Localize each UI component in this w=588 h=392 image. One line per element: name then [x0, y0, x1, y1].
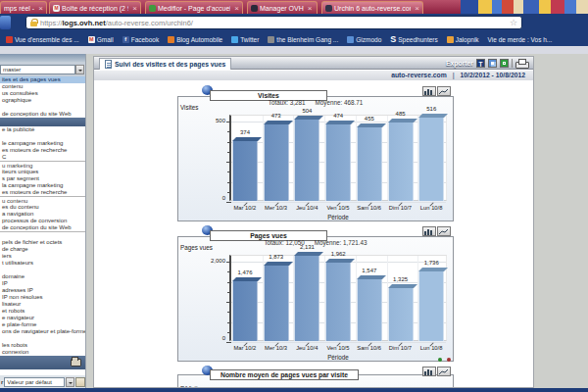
tab-close-icon[interactable]: ×	[308, 3, 313, 14]
sidebar-item[interactable]: C	[0, 154, 86, 161]
sidebar-item[interactable]: IP non résolues	[0, 294, 86, 301]
bookmark-item[interactable]: the Blenheim Gang ...	[268, 36, 338, 43]
bookmark-item[interactable]: Blog Automobile	[168, 36, 222, 43]
sidebar-item[interactable]: ons de navigateur et plate-forme	[0, 328, 86, 335]
sidebar-item[interactable]: ites et des pages vues	[0, 76, 86, 83]
sidebar-item[interactable]: es du contenu	[0, 204, 86, 211]
sidebar-item[interactable]: e navigateur	[0, 315, 86, 321]
sidebar-item[interactable]: et robots	[0, 308, 86, 315]
tab-label: Boîte de réception (2 947)	[62, 3, 128, 14]
sidebar-item[interactable]: connexion	[0, 349, 86, 356]
bookmark-label: Gizmodo	[356, 36, 381, 43]
browser-bottom-edge	[0, 388, 588, 392]
sidebar-item[interactable]: processus de conversion	[0, 218, 86, 224]
sidebar-item[interactable]: IP	[0, 280, 86, 287]
sidebar-item[interactable]: de conception du site Web	[0, 224, 86, 231]
sidebar-item[interactable]: u contenu	[0, 196, 86, 204]
bookmark-label: Vie de merde : Vos h...	[488, 36, 553, 43]
sidebar-item[interactable]: u marketing	[0, 161, 86, 169]
folder-icon[interactable]	[71, 359, 81, 367]
print-icon[interactable]	[515, 59, 527, 68]
axis-tick	[227, 182, 231, 183]
sidebar-item[interactable]: es moteurs de recherche	[0, 147, 86, 154]
back-button-fragment[interactable]	[0, 16, 11, 29]
bookmark-label: Speedhunters	[398, 36, 437, 43]
browser-tab[interactable]: Manager OVH×	[247, 1, 318, 14]
sidebar-item[interactable]: a navigation	[0, 211, 86, 218]
calendar-button[interactable]	[75, 377, 85, 387]
export-excel-icon[interactable]	[500, 59, 509, 68]
bookmark-item[interactable]: Vue d'ensemble des ...	[6, 36, 79, 43]
sidebar-item[interactable]: s par segment	[0, 175, 86, 182]
sidebar-item[interactable]: adresses IP	[0, 287, 86, 294]
url-bar[interactable]: https://logs.ovh.net/auto-reverse.com/ur…	[25, 16, 522, 29]
axis-tick	[227, 322, 231, 323]
browser-window: mps réel - G...×MBoîte de réception (2 9…	[0, 0, 588, 392]
bookmark-item[interactable]: Gizmodo	[347, 36, 381, 43]
report-tab[interactable]: Suivi des visites et des pages vues	[99, 58, 231, 70]
tab-close-icon[interactable]: ×	[415, 3, 419, 14]
sidebar-item[interactable]: contenu	[0, 83, 86, 90]
export-xml-icon[interactable]	[488, 59, 497, 68]
sidebar-item[interactable]: lisateur	[0, 301, 86, 308]
nav-dot-red[interactable]	[447, 358, 451, 362]
persona-artwork	[461, 0, 588, 14]
report-date-range[interactable]: 10/2/2012 - 10/8/2012	[460, 72, 525, 78]
sidebar-item[interactable]: pels de fichier et octets	[0, 239, 86, 246]
sidebar-item[interactable]: domaine	[0, 273, 86, 280]
tab-close-icon[interactable]: ×	[234, 3, 239, 14]
sidebar-item[interactable]: la campagne marketing	[0, 182, 86, 189]
sidebar-item[interactable]: e la publicité	[0, 126, 86, 133]
persona-block	[551, 0, 564, 14]
browser-tab[interactable]: mps réel - G...×	[0, 1, 47, 14]
bookmark-item[interactable]: Twitter	[231, 36, 259, 43]
bookmark-favicon	[168, 36, 174, 43]
chart-title-tab[interactable]: Nombre moyen de pages vues par visite	[210, 369, 359, 380]
sidebar-item[interactable]: t utilisateurs	[0, 260, 86, 267]
bookmark-item[interactable]: Jalopnik	[447, 36, 479, 43]
sidebar-item[interactable]: le campagne marketing	[0, 140, 86, 147]
tab-close-icon[interactable]: ×	[132, 3, 137, 14]
persona-block	[502, 0, 514, 14]
browser-tab[interactable]: Urchin 6 auto-reverse.com×	[321, 1, 423, 14]
persona-block	[564, 0, 576, 14]
line-chart-button[interactable]	[437, 367, 451, 376]
sidebar-item[interactable]: us consultées	[0, 90, 86, 97]
dropdown-arrow-icon[interactable]	[75, 65, 84, 74]
export-tsv-icon[interactable]: T	[476, 59, 485, 68]
dropdown-arrow-icon[interactable]	[66, 377, 74, 387]
bar-chart-button[interactable]	[422, 367, 436, 376]
bookmark-item[interactable]: fFacebook	[122, 36, 160, 43]
bar-chart-button[interactable]	[422, 86, 436, 96]
sidebar-item[interactable]: de conception du site Web	[0, 111, 86, 118]
line-chart-button[interactable]	[437, 226, 451, 236]
tab-close-icon[interactable]: ×	[38, 3, 43, 14]
tab-label: mps réel - G...	[4, 3, 34, 14]
url-scheme: https://	[40, 19, 63, 27]
bookmark-item[interactable]: Vie de merde : Vos h...	[488, 36, 553, 43]
chart-bar	[325, 124, 351, 201]
sidebar-item[interactable]: e plate-forme	[0, 321, 86, 328]
footer-dropdown[interactable]: Valeur par défaut	[4, 377, 65, 387]
browser-tab[interactable]: MBoîte de réception (2 947)×	[49, 1, 141, 14]
nav-dot-green[interactable]	[438, 358, 442, 362]
sidebar-item[interactable]	[0, 231, 86, 239]
profile-dropdown[interactable]: master	[0, 65, 75, 74]
bookmark-item[interactable]: SSpeedhunters	[390, 36, 438, 43]
chart-ylabel: Visites	[180, 104, 198, 111]
bookmark-item[interactable]: MGmail	[88, 36, 114, 43]
chart-bar	[232, 141, 258, 201]
sidebar-item[interactable]: iteurs uniques	[0, 169, 86, 175]
line-chart-button[interactable]	[437, 86, 451, 96]
sidebar-item[interactable]: iers	[0, 253, 86, 260]
sidebar-item[interactable]: de charge	[0, 246, 86, 253]
axis-tick	[226, 202, 231, 203]
bookmark-star-icon[interactable]: ☆	[510, 19, 517, 27]
sidebar-item[interactable]: es moteurs de recherche	[0, 189, 86, 196]
bookmark-favicon	[231, 36, 238, 43]
sidebar-item[interactable]: les robots	[0, 342, 86, 349]
axis-tick	[227, 172, 231, 172]
browser-tab[interactable]: Mediflor - Page d'accueil×	[145, 1, 243, 14]
bar-chart-button[interactable]	[422, 226, 436, 236]
sidebar-item[interactable]: ographique	[0, 97, 86, 104]
